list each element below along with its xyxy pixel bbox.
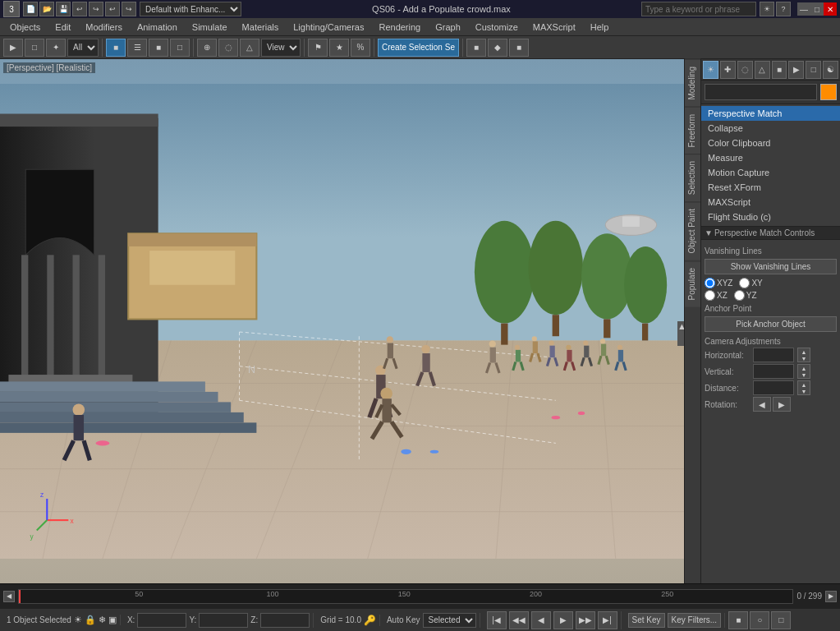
select-region[interactable]: □ [25, 39, 44, 57]
z-input[interactable] [260, 613, 310, 628]
set-key-button[interactable]: Set Key [628, 613, 665, 628]
menu-flight-studio[interactable]: Flight Studio (c) [701, 210, 840, 224]
menu-reset-xform[interactable]: Reset XForm [701, 180, 840, 195]
select-object[interactable]: ■ [106, 39, 126, 57]
menu-customize[interactable]: Customize [469, 21, 525, 34]
rp-hierarchy-icon[interactable]: ■ [772, 61, 787, 79]
perspective-match-section[interactable]: ▼ Perspective Match Controls [701, 226, 840, 240]
object-name-input[interactable]: Plane001 [705, 84, 817, 100]
pick-anchor-button[interactable]: Pick Anchor Object [705, 316, 837, 332]
play-button[interactable]: ▶ [553, 611, 573, 629]
tab-selection[interactable]: Selection [685, 154, 700, 201]
x-input[interactable] [137, 613, 186, 628]
rect-select[interactable]: ■ [149, 39, 168, 57]
menu-objects[interactable]: Objects [3, 21, 47, 34]
menu-measure[interactable]: Measure [701, 150, 840, 165]
timeline-track[interactable]: 50 100 150 200 250 [18, 589, 793, 604]
rp-scale-icon[interactable]: △ [755, 61, 770, 79]
key-filters-button[interactable]: Key Filters... [668, 613, 722, 628]
viewport-full[interactable]: □ [771, 611, 791, 629]
object-color-swatch[interactable] [820, 84, 837, 100]
distance-spinner[interactable]: ▲ ▼ [797, 380, 810, 395]
open-button[interactable]: 📂 [39, 2, 54, 16]
viewport-resize-handle[interactable]: ▲ [677, 321, 684, 346]
menu-graph[interactable]: Graph [429, 21, 467, 34]
menu-maxscript[interactable]: MAXScript [526, 21, 582, 34]
menu-animation[interactable]: Animation [131, 21, 184, 34]
distance-input[interactable]: 0.0 [753, 380, 794, 395]
menu-simulate[interactable]: Simulate [186, 21, 234, 34]
select-lasso[interactable]: ✦ [46, 39, 66, 57]
align-button[interactable]: ■ [466, 39, 486, 57]
select-name[interactable]: ☰ [127, 39, 147, 57]
close-button[interactable]: ✕ [824, 2, 837, 16]
rotation-left-button[interactable]: ◀ [753, 397, 771, 412]
vertical-spinner[interactable]: ▲ ▼ [797, 364, 810, 379]
minimize-button[interactable]: — [797, 2, 810, 16]
menu-rendering[interactable]: Rendering [372, 21, 427, 34]
tab-populate[interactable]: Populate [685, 260, 700, 306]
play-back-button[interactable]: ◀ [531, 611, 551, 629]
new-button[interactable]: 📄 [23, 2, 38, 16]
horizontal-input[interactable]: 0.0 [753, 348, 794, 362]
menu-edit[interactable]: Edit [48, 21, 77, 34]
mirror-button[interactable]: ◆ [488, 39, 507, 57]
timeline-prev[interactable]: ◀ [3, 591, 15, 602]
render-icon[interactable]: ☀ [760, 2, 774, 16]
vl-yz-radio[interactable] [734, 290, 745, 301]
show-vanishing-lines-button[interactable]: Show Vanishing Lines [705, 259, 837, 274]
help-icon[interactable]: ? [776, 2, 791, 16]
tab-object-paint[interactable]: Object Paint [685, 201, 700, 260]
create-selection-button[interactable]: Create Selection Se [378, 39, 459, 57]
menu-materials[interactable]: Materials [236, 21, 286, 34]
undo2-button[interactable]: ↩ [105, 2, 120, 16]
rp-bulb-icon[interactable]: ☀ [703, 61, 718, 79]
3d-viewport[interactable]: N x z y [Perspective] [Realistic] ▲ [0, 59, 684, 583]
viewport-layout[interactable]: ■ [728, 611, 748, 629]
prev-frame-button[interactable]: ◀◀ [509, 611, 529, 629]
filter-dropdown[interactable]: All [67, 39, 99, 57]
tab-modeling[interactable]: Modeling [685, 59, 700, 107]
window-crossing[interactable]: □ [170, 39, 190, 57]
redo-button[interactable]: ↪ [89, 2, 103, 16]
vl-xy-label[interactable]: XY [739, 278, 762, 288]
horizontal-spinner[interactable]: ▲ ▼ [797, 348, 810, 362]
rp-display-icon[interactable]: □ [806, 61, 821, 79]
menu-lighting[interactable]: Lighting/Cameras [287, 21, 370, 34]
rp-rotate-icon[interactable]: ◌ [737, 61, 753, 79]
rp-motion-icon[interactable]: ▶ [788, 61, 804, 79]
menu-motion-capture[interactable]: Motion Capture [701, 165, 840, 180]
viewport-options[interactable]: ○ [750, 611, 769, 629]
vl-yz-label[interactable]: YZ [734, 290, 757, 301]
vl-xyz-label[interactable]: XYZ [705, 278, 732, 288]
snap-toggle[interactable]: ⚑ [308, 39, 328, 57]
rotation-right-button[interactable]: ▶ [773, 397, 791, 412]
scale-tool[interactable]: △ [240, 39, 259, 57]
undo-button[interactable]: ↩ [72, 2, 87, 16]
menu-collapse[interactable]: Collapse [701, 121, 840, 136]
rp-utility-icon[interactable]: ☯ [823, 61, 838, 79]
menu-help[interactable]: Help [584, 21, 616, 34]
selected-dropdown[interactable]: Selected [423, 613, 476, 628]
maximize-button[interactable]: □ [810, 2, 824, 16]
select-tool[interactable]: ▶ [3, 39, 23, 57]
menu-modifiers[interactable]: Modifiers [79, 21, 129, 34]
view-dropdown[interactable]: View [261, 39, 301, 57]
next-frame-button[interactable]: ▶▶ [576, 611, 595, 629]
vertical-input[interactable]: 0.0 [753, 364, 794, 379]
menu-perspective-match[interactable]: Perspective Match [701, 106, 840, 121]
lock-icon[interactable]: 🔒 [85, 615, 96, 625]
vl-xz-radio[interactable] [705, 290, 715, 301]
redo2-button[interactable]: ↪ [122, 2, 136, 16]
camera-icon[interactable]: ▣ [108, 615, 117, 625]
go-end-button[interactable]: ▶| [598, 611, 617, 629]
array-button[interactable]: ■ [509, 39, 529, 57]
viewport-area[interactable]: N x z y [Perspective] [Realistic] ▲ [0, 59, 684, 583]
move-tool[interactable]: ⊕ [197, 39, 217, 57]
timeline-next[interactable]: ▶ [825, 591, 837, 602]
rotate-tool[interactable]: ◌ [218, 39, 238, 57]
percent-snap[interactable]: % [351, 39, 370, 57]
vl-xy-radio[interactable] [739, 278, 750, 288]
go-start-button[interactable]: |◀ [487, 611, 507, 629]
rp-move-icon[interactable]: ✚ [720, 61, 736, 79]
